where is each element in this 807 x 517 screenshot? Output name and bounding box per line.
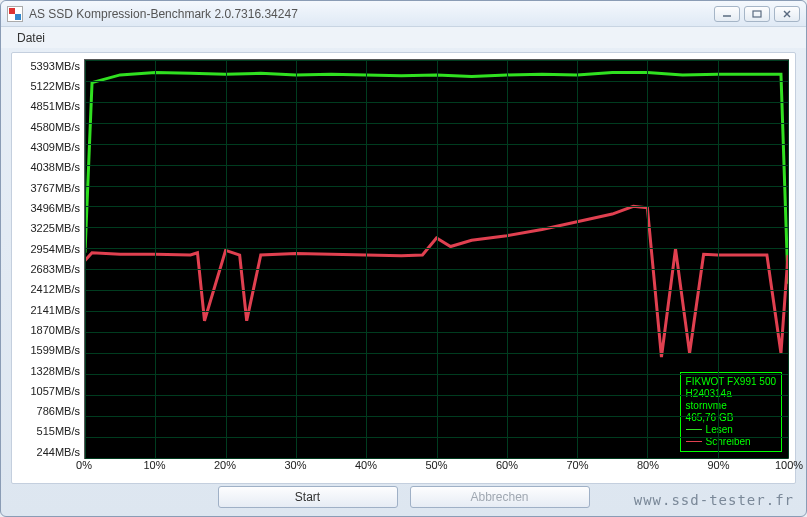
y-tick-label: 515MB/s — [18, 426, 80, 436]
window-controls — [714, 6, 800, 22]
y-tick-label: 4038MB/s — [18, 162, 80, 172]
grid-line-v — [85, 60, 86, 458]
grid-line-v — [788, 60, 789, 458]
y-axis: 5393MB/s5122MB/s4851MB/s4580MB/s4309MB/s… — [18, 59, 84, 459]
x-tick-label: 10% — [143, 459, 165, 471]
y-tick-label: 4309MB/s — [18, 142, 80, 152]
button-row: Start Abbrechen — [1, 484, 806, 516]
grid-line-v — [507, 60, 508, 458]
x-tick-label: 90% — [707, 459, 729, 471]
y-tick-label: 2412MB/s — [18, 284, 80, 294]
close-button[interactable] — [774, 6, 800, 22]
y-tick-label: 4580MB/s — [18, 122, 80, 132]
y-tick-label: 1870MB/s — [18, 325, 80, 335]
grid-line-v — [437, 60, 438, 458]
svg-rect-1 — [753, 11, 761, 17]
x-axis: 0%10%20%30%40%50%60%70%80%90%100% — [84, 459, 789, 477]
legend-model: H240314a — [686, 388, 776, 400]
app-window: AS SSD Kompression-Benchmark 2.0.7316.34… — [0, 0, 807, 517]
y-tick-label: 1057MB/s — [18, 386, 80, 396]
grid-line-v — [155, 60, 156, 458]
maximize-button[interactable] — [744, 6, 770, 22]
x-tick-label: 0% — [76, 459, 92, 471]
app-icon — [7, 6, 23, 22]
y-tick-label: 3496MB/s — [18, 203, 80, 213]
y-tick-label: 5122MB/s — [18, 81, 80, 91]
grid-line-v — [296, 60, 297, 458]
menubar: Datei — [1, 27, 806, 48]
x-tick-label: 80% — [637, 459, 659, 471]
legend-read-label: Lesen — [706, 424, 733, 436]
window-title: AS SSD Kompression-Benchmark 2.0.7316.34… — [29, 7, 714, 21]
cancel-button[interactable]: Abbrechen — [410, 486, 590, 508]
legend-driver: stornvme — [686, 400, 776, 412]
x-tick-label: 70% — [566, 459, 588, 471]
y-tick-label: 1328MB/s — [18, 366, 80, 376]
legend-box: FIKWOT FX991 500 H240314a stornvme 465,7… — [680, 372, 782, 452]
y-tick-label: 2954MB/s — [18, 244, 80, 254]
y-tick-label: 4851MB/s — [18, 101, 80, 111]
x-tick-label: 40% — [355, 459, 377, 471]
minimize-icon — [722, 10, 732, 18]
y-tick-label: 2141MB/s — [18, 305, 80, 315]
x-tick-label: 30% — [284, 459, 306, 471]
y-tick-label: 1599MB/s — [18, 345, 80, 355]
titlebar: AS SSD Kompression-Benchmark 2.0.7316.34… — [1, 1, 806, 27]
grid-line-v — [718, 60, 719, 458]
y-tick-label: 5393MB/s — [18, 61, 80, 71]
legend-capacity: 465,76 GB — [686, 412, 776, 424]
x-tick-label: 20% — [214, 459, 236, 471]
y-tick-label: 3767MB/s — [18, 183, 80, 193]
y-tick-label: 2683MB/s — [18, 264, 80, 274]
x-tick-label: 100% — [775, 459, 803, 471]
x-tick-label: 50% — [425, 459, 447, 471]
chart-panel: 5393MB/s5122MB/s4851MB/s4580MB/s4309MB/s… — [11, 52, 796, 484]
legend-read-row: Lesen — [686, 424, 776, 436]
menu-file[interactable]: Datei — [9, 28, 53, 48]
maximize-icon — [752, 10, 762, 18]
legend-read-swatch — [686, 429, 702, 430]
minimize-button[interactable] — [714, 6, 740, 22]
y-tick-label: 786MB/s — [18, 406, 80, 416]
plot-area: FIKWOT FX991 500 H240314a stornvme 465,7… — [84, 59, 789, 459]
grid-line-v — [647, 60, 648, 458]
y-tick-label: 3225MB/s — [18, 223, 80, 233]
y-tick-label: 244MB/s — [18, 447, 80, 457]
legend-write-swatch — [686, 441, 702, 442]
start-button[interactable]: Start — [218, 486, 398, 508]
grid-line-v — [577, 60, 578, 458]
close-icon — [782, 10, 792, 18]
x-tick-label: 60% — [496, 459, 518, 471]
chart-wrap: 5393MB/s5122MB/s4851MB/s4580MB/s4309MB/s… — [18, 59, 789, 459]
grid-line-v — [366, 60, 367, 458]
grid-line-v — [226, 60, 227, 458]
legend-device: FIKWOT FX991 500 — [686, 376, 776, 388]
